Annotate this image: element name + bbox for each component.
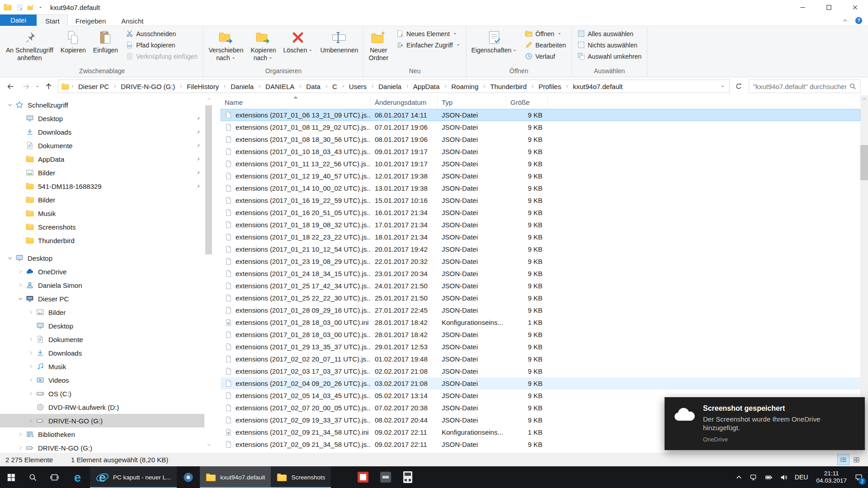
address-bar[interactable]: Dieser PCDRIVE-N-GO (G:)FileHistoryDanie… <box>58 80 730 93</box>
ribbon-button[interactable]: Verschiebennach <box>205 28 247 66</box>
column-header-type[interactable]: Typ <box>438 95 506 109</box>
qat-new-folder-icon[interactable] <box>27 4 34 11</box>
pinned-app-button[interactable] <box>374 466 397 488</box>
breadcrumb-item[interactable]: AppData <box>410 83 443 90</box>
sidebar-item[interactable]: Thunderbird <box>0 234 204 247</box>
sidebar-item[interactable]: OneDrive <box>0 265 204 278</box>
scrollbar-thumb[interactable] <box>205 105 212 254</box>
ribbon-button[interactable]: An Schnellzugriffanheften <box>2 28 57 66</box>
sidebar-item[interactable]: DRIVE-N-GO (G:) <box>0 441 204 453</box>
forward-button[interactable] <box>18 80 33 93</box>
taskbar-search-button[interactable] <box>22 466 43 488</box>
sidebar-item[interactable]: Dokumente <box>0 139 204 152</box>
chevron-down-icon[interactable] <box>7 255 13 261</box>
file-row[interactable]: extensions (2017_01_23 19_08_29 UTC).js.… <box>221 255 860 267</box>
breadcrumb-item[interactable]: Roaming <box>448 83 482 90</box>
sidebar-item[interactable]: Dieser PC <box>0 292 204 305</box>
clock[interactable]: 21:11 04.03.2017 <box>811 470 851 484</box>
ribbon-button[interactable]: Umbenennen <box>316 28 362 66</box>
column-header-date[interactable]: Änderungsdatum <box>371 95 438 109</box>
chevron-right-icon[interactable] <box>28 350 33 356</box>
ribbon-button[interactable]: Neues Element <box>393 29 463 38</box>
breadcrumb-item[interactable]: Dieser PC <box>75 83 113 90</box>
breadcrumb-item[interactable]: C <box>329 83 341 90</box>
sidebar-item[interactable]: Screenshots <box>0 220 204 234</box>
pinned-app-button[interactable] <box>177 466 200 488</box>
ribbon-button[interactable]: Einfacher Zugriff <box>393 40 463 50</box>
explorer-taskbar-button[interactable]: Screenshots <box>271 466 331 488</box>
ribbon-button[interactable]: Öffnen <box>522 29 569 38</box>
sidebar-item[interactable]: Schnellzugriff <box>0 98 204 112</box>
chevron-right-icon[interactable] <box>18 445 23 450</box>
chevron-down-icon[interactable] <box>7 102 13 108</box>
ribbon-button[interactable]: Kopierennach <box>247 28 279 66</box>
scroll-up-arrow[interactable] <box>860 95 868 103</box>
chevron-right-icon[interactable] <box>18 432 23 437</box>
edge-button[interactable] <box>65 466 90 488</box>
breadcrumb-item[interactable]: Users <box>345 83 370 90</box>
breadcrumb-separator-icon[interactable] <box>222 84 227 89</box>
breadcrumb-separator-icon[interactable] <box>405 84 410 89</box>
file-row[interactable]: extensions (2017_01_21 10_12_54 UTC).js.… <box>221 243 860 255</box>
sidebar-item[interactable]: Musik <box>0 360 204 373</box>
file-row[interactable]: extensions (2017_01_28 09_29_16 UTC).js.… <box>221 304 860 316</box>
minimize-button[interactable] <box>789 0 816 14</box>
breadcrumb-separator-icon[interactable] <box>341 84 345 89</box>
sidebar-item[interactable]: DVD-RW-Laufwerk (D:) <box>0 400 204 414</box>
file-row[interactable]: extensions (2017_01_18 19_08_32 UTC).js.… <box>221 219 860 231</box>
breadcrumb-item[interactable]: Data <box>302 83 324 90</box>
language-indicator[interactable]: DEU <box>791 466 812 488</box>
breadcrumb-separator-icon[interactable] <box>113 84 117 89</box>
file-row[interactable]: extensions (2017_01_11 13_22_56 UTC).js.… <box>221 158 860 170</box>
qat-properties-icon[interactable] <box>16 4 23 11</box>
file-row[interactable]: extensions (2017_01_25 17_42_34 UTC).js.… <box>221 280 860 292</box>
column-header-size[interactable]: Größe <box>506 95 548 109</box>
breadcrumb-separator-icon[interactable] <box>530 84 535 89</box>
sidebar-item[interactable]: OS (C:) <box>0 387 204 400</box>
ribbon-button[interactable]: Löschen <box>279 28 316 66</box>
breadcrumb-separator-icon[interactable] <box>324 84 329 89</box>
chevron-down-icon[interactable] <box>18 296 23 301</box>
breadcrumb-separator-icon[interactable] <box>298 84 302 89</box>
sidebar-item[interactable]: AppData <box>0 152 204 166</box>
file-row[interactable]: extensions (2017_01_16 20_51_05 UTC).js.… <box>221 206 860 219</box>
ribbon-button[interactable]: Nichts auswählen <box>574 40 645 50</box>
sidebar-item[interactable]: Musik <box>0 206 204 220</box>
help-icon[interactable] <box>855 17 863 24</box>
volume-tray-icon[interactable] <box>776 466 791 488</box>
sidebar-item[interactable]: Desktop <box>0 112 204 125</box>
ribbon-button[interactable]: Pfad kopieren <box>123 40 201 50</box>
explorer-taskbar-button[interactable]: kxut94o7.default <box>200 466 271 488</box>
breadcrumb-item[interactable]: DANIELA <box>262 83 298 90</box>
file-row[interactable]: extensions (2017_01_14 10_00_02 UTC).js.… <box>221 182 860 194</box>
ribbon-button[interactable]: Alles auswählen <box>574 29 645 38</box>
maximize-button[interactable] <box>816 0 842 14</box>
ribbon-button[interactable]: Eigenschaften <box>468 28 521 66</box>
scroll-up-arrow[interactable] <box>205 95 212 103</box>
hidden-icons-button[interactable] <box>731 466 746 488</box>
tab-ansicht[interactable]: Ansicht <box>113 14 151 26</box>
collapse-ribbon-icon[interactable] <box>842 18 848 23</box>
ribbon-button[interactable]: Einfügen <box>90 28 122 66</box>
search-box[interactable]: "kxut94o7.default" durchsuchen <box>749 80 861 93</box>
breadcrumb-item[interactable]: Daniela <box>227 83 257 90</box>
sidebar-item[interactable]: Bilder <box>0 305 204 319</box>
chevron-right-icon[interactable] <box>28 377 33 383</box>
icons-view-button[interactable] <box>850 454 863 465</box>
file-row[interactable]: extensions (2017_01_06 13_21_09 UTC).js.… <box>221 109 860 121</box>
chevron-right-icon[interactable] <box>28 337 33 342</box>
sidebar-scrollbar[interactable] <box>205 95 212 448</box>
breadcrumb-item[interactable]: Thunderbird <box>486 83 530 90</box>
ribbon-button[interactable]: Bearbeiten <box>522 40 569 50</box>
file-row[interactable]: extensions (2017_01_16 19_22_59 UTC).js.… <box>221 194 860 206</box>
chevron-right-icon[interactable] <box>28 418 33 423</box>
start-button[interactable] <box>0 466 22 488</box>
chevron-right-icon[interactable] <box>28 364 33 369</box>
battery-tray-icon[interactable] <box>761 466 776 488</box>
details-view-button[interactable] <box>837 454 849 465</box>
file-row[interactable]: extensions (2017_01_28 18_03_00 UTC).ini… <box>221 316 860 328</box>
sidebar-item[interactable]: Downloads <box>0 125 204 139</box>
ribbon-button[interactable]: Auswahl umkehren <box>574 52 645 61</box>
chevron-right-icon[interactable] <box>18 269 23 274</box>
file-row[interactable]: extensions (2017_01_28 18_03_00 UTC).js.… <box>221 328 860 341</box>
